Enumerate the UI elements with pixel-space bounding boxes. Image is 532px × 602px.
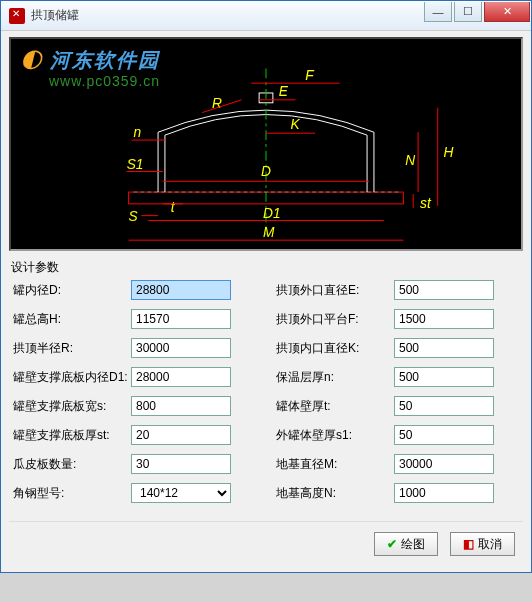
svg-text:D1: D1 [263, 206, 281, 221]
input-R[interactable] [131, 338, 231, 358]
label-F: 拱顶外口平台F: [276, 311, 394, 328]
input-E[interactable] [394, 280, 494, 300]
input-n[interactable] [394, 367, 494, 387]
svg-text:t: t [171, 200, 176, 215]
label-E: 拱顶外口直径E: [276, 282, 394, 299]
check-icon: ✔ [387, 537, 397, 551]
input-D1[interactable] [131, 367, 231, 387]
cancel-icon: ◧ [463, 537, 474, 551]
label-D1: 罐壁支撑底板内径D1: [13, 369, 131, 386]
label-n: 保温层厚n: [276, 369, 394, 386]
input-H[interactable] [131, 309, 231, 329]
maximize-button[interactable]: ☐ [454, 2, 482, 22]
input-s1[interactable] [394, 425, 494, 445]
close-button[interactable]: ✕ [484, 2, 530, 22]
minimize-button[interactable]: — [424, 2, 452, 22]
input-F[interactable] [394, 309, 494, 329]
input-M[interactable] [394, 454, 494, 474]
input-st[interactable] [131, 425, 231, 445]
svg-text:F: F [305, 68, 315, 83]
draw-button[interactable]: ✔绘图 [374, 532, 438, 556]
svg-text:S: S [129, 209, 138, 224]
input-petal[interactable] [131, 454, 231, 474]
input-K[interactable] [394, 338, 494, 358]
svg-text:E: E [279, 84, 289, 99]
app-icon [9, 8, 25, 24]
input-N[interactable] [394, 483, 494, 503]
select-angle[interactable]: 140*12 [131, 483, 231, 503]
label-K: 拱顶内口直径K: [276, 340, 394, 357]
svg-text:D: D [261, 164, 271, 179]
label-st: 罐壁支撑底板厚st: [13, 427, 131, 444]
svg-text:N: N [405, 153, 415, 168]
label-N: 地基高度N: [276, 485, 394, 502]
diagram-panel: ◐ 河东软件园 www.pc0359.cn F E K D D1 [9, 37, 523, 251]
svg-text:M: M [263, 225, 275, 240]
svg-text:K: K [291, 117, 301, 132]
svg-text:S1: S1 [127, 157, 144, 172]
svg-text:n: n [134, 125, 142, 140]
watermark-text: ◐ 河东软件园 [21, 47, 160, 74]
titlebar: 拱顶储罐 — ☐ ✕ [1, 1, 531, 31]
label-petal: 瓜皮板数量: [13, 456, 131, 473]
section-label: 设计参数 [11, 259, 523, 276]
label-R: 拱顶半径R: [13, 340, 131, 357]
label-angle: 角钢型号: [13, 485, 131, 502]
form-grid: 罐内径D: 拱顶外口直径E: 罐总高H: 拱顶外口平台F: 拱顶半径R: 拱顶内… [9, 280, 523, 503]
input-D[interactable] [131, 280, 231, 300]
watermark-url: www.pc0359.cn [49, 73, 160, 89]
input-t[interactable] [394, 396, 494, 416]
svg-text:st: st [420, 196, 432, 211]
label-D: 罐内径D: [13, 282, 131, 299]
cancel-button[interactable]: ◧取消 [450, 532, 515, 556]
label-M: 地基直径M: [276, 456, 394, 473]
label-s: 罐壁支撑底板宽s: [13, 398, 131, 415]
label-t: 罐体壁厚t: [276, 398, 394, 415]
input-s[interactable] [131, 396, 231, 416]
window-title: 拱顶储罐 [31, 7, 422, 24]
label-H: 罐总高H: [13, 311, 131, 328]
svg-text:H: H [444, 145, 454, 160]
label-s1: 外罐体壁厚s1: [276, 427, 394, 444]
